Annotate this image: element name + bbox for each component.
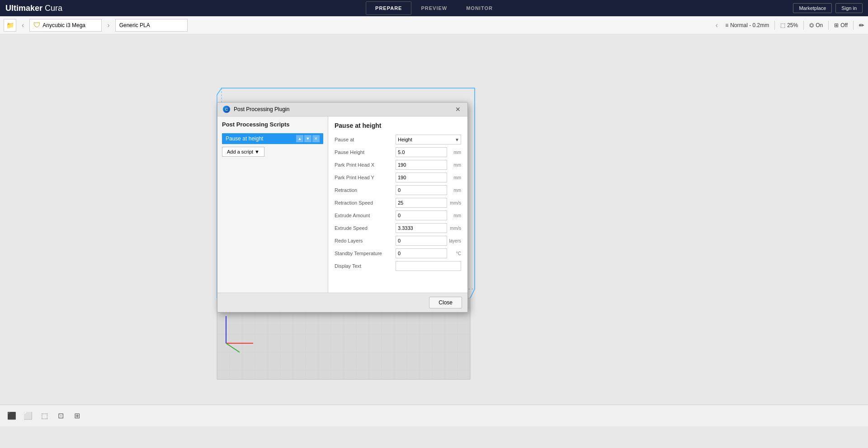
field-value-display-text xyxy=(396,261,461,271)
post-processing-modal: C Post Processing Plugin ✕ Post Processi… xyxy=(217,102,468,313)
adhesion-label: Off xyxy=(840,22,848,28)
standby-temp-input[interactable] xyxy=(396,248,447,258)
modal-title-left: C Post Processing Plugin xyxy=(223,106,289,113)
script-remove-button[interactable]: ✕ xyxy=(312,135,320,142)
park-x-unit: mm xyxy=(448,163,461,168)
field-label-redo-layers: Redo Layers xyxy=(335,238,396,243)
field-pause-at: Pause at Height Layer Number ▼ xyxy=(335,135,461,145)
modal-left-panel: Post Processing Scripts Pause at height … xyxy=(217,117,328,293)
tab-prepare[interactable]: PREPARE xyxy=(366,1,411,15)
adhesion-icon: ⊞ xyxy=(834,22,839,28)
svg-line-29 xyxy=(470,289,475,298)
field-value-pause-at: Height Layer Number ▼ xyxy=(396,135,461,145)
app-logo: Ultimaker Cura xyxy=(5,4,62,13)
cura-logo-icon: C xyxy=(223,106,230,113)
shield-icon: 🛡 xyxy=(33,21,41,29)
right-panel-title: Pause at height xyxy=(335,122,461,129)
field-pause-height: Pause Height mm xyxy=(335,147,461,157)
divider-1 xyxy=(774,21,775,30)
rotate-icon[interactable]: ⬚ xyxy=(38,410,51,422)
retraction-speed-unit: mm/s xyxy=(448,201,461,205)
printer-selector[interactable]: 🛡 Anycubic i3 Mega xyxy=(29,19,102,32)
pause-height-unit: mm xyxy=(448,150,461,155)
material-selector[interactable]: Generic PLA xyxy=(115,19,188,32)
mirror-icon[interactable]: ⊡ xyxy=(54,410,67,422)
park-y-unit: mm xyxy=(448,175,461,180)
canvas-area: C Post Processing Plugin ✕ Post Processi… xyxy=(0,34,868,426)
zoom-level: 25% xyxy=(787,22,798,28)
scale-icon[interactable]: ⬜ xyxy=(22,410,34,422)
script-move-down-button[interactable]: ▼ xyxy=(304,135,311,142)
field-label-standby-temp: Standby Temperature xyxy=(335,251,396,256)
tab-preview[interactable]: PREVIEW xyxy=(411,1,457,15)
field-redo-layers: Redo Layers layers xyxy=(335,236,461,246)
printer-chevron-right[interactable]: › xyxy=(105,21,111,29)
lines-icon: ≡ xyxy=(725,22,728,28)
field-park-y: Park Print Head Y mm xyxy=(335,173,461,182)
field-label-pause-height: Pause Height xyxy=(335,149,396,155)
infill-control[interactable]: ⬚ 25% xyxy=(780,22,798,28)
modal-close-button[interactable]: ✕ xyxy=(454,105,462,113)
extrude-amount-input[interactable] xyxy=(396,210,447,220)
support-control[interactable]: ⏣ On xyxy=(809,22,823,28)
profile-selector[interactable]: ≡ Normal - 0.2mm xyxy=(725,22,769,28)
modal-body: Post Processing Scripts Pause at height … xyxy=(217,117,467,293)
field-value-standby-temp: °C xyxy=(396,248,461,258)
field-value-extrude-amount: mm xyxy=(396,210,461,220)
folder-icon[interactable]: 📁 xyxy=(4,19,16,32)
field-value-park-x: mm xyxy=(396,160,461,170)
field-retraction: Retraction mm xyxy=(335,185,461,195)
settings-pencil-icon[interactable]: ✏ xyxy=(859,22,864,29)
park-head-y-input[interactable] xyxy=(396,173,447,182)
modal-titlebar: C Post Processing Plugin ✕ xyxy=(217,103,467,117)
add-script-button[interactable]: Add a script ▼ xyxy=(222,147,264,157)
script-move-up-button[interactable]: ▲ xyxy=(296,135,303,142)
field-standby-temp: Standby Temperature °C xyxy=(335,248,461,258)
scripts-section-title: Post Processing Scripts xyxy=(222,121,323,128)
bottom-toolbar: ⬛ ⬜ ⬚ ⊡ ⊞ xyxy=(0,405,868,426)
add-script-label: Add a script xyxy=(227,149,253,154)
script-item-pause-at-height[interactable]: Pause at height ▲ ▼ ✕ xyxy=(222,133,323,144)
toolbar: 📁 ‹ 🛡 Anycubic i3 Mega › Generic PLA ‹ ≡… xyxy=(0,16,868,34)
topbar-right: Marketplace Sign in xyxy=(793,3,863,13)
field-label-park-y: Park Print Head Y xyxy=(335,175,396,180)
field-value-pause-height: mm xyxy=(396,147,461,157)
display-text-input[interactable] xyxy=(396,261,461,271)
pause-height-input[interactable] xyxy=(396,147,447,157)
right-chevron-left[interactable]: ‹ xyxy=(714,21,720,29)
redo-layers-unit: layers xyxy=(448,238,461,243)
extrude-speed-input[interactable] xyxy=(396,223,447,233)
modal-footer: Close xyxy=(217,293,467,312)
marketplace-button[interactable]: Marketplace xyxy=(793,3,832,13)
field-display-text: Display Text xyxy=(335,261,461,271)
field-retraction-speed: Retraction Speed mm/s xyxy=(335,198,461,208)
support-label: On xyxy=(816,22,823,28)
app-name-light: Cura xyxy=(42,4,62,13)
field-label-park-x: Park Print Head X xyxy=(335,162,396,168)
extrude-speed-unit: mm/s xyxy=(448,226,461,231)
field-label-display-text: Display Text xyxy=(335,263,396,269)
move-icon[interactable]: ⬛ xyxy=(5,410,18,422)
retraction-input[interactable] xyxy=(396,185,447,195)
material-name: Generic PLA xyxy=(119,22,150,28)
tab-monitor[interactable]: MONITOR xyxy=(457,1,502,15)
retraction-unit: mm xyxy=(448,188,461,193)
modal-right-panel: Pause at height Pause at Height Layer Nu… xyxy=(328,117,467,293)
pause-at-select[interactable]: Height Layer Number xyxy=(396,135,461,145)
park-head-x-input[interactable] xyxy=(396,160,447,170)
nav-tabs: PREPARE PREVIEW MONITOR xyxy=(366,1,502,15)
script-item-controls: ▲ ▼ ✕ xyxy=(296,135,320,142)
retraction-speed-input[interactable] xyxy=(396,198,447,208)
per-model-icon[interactable]: ⊞ xyxy=(71,410,83,422)
close-dialog-button[interactable]: Close xyxy=(429,297,462,308)
toolbar-right: ‹ ≡ Normal - 0.2mm ⬚ 25% ⏣ On ⊞ Off ✏ xyxy=(714,21,864,30)
signin-button[interactable]: Sign in xyxy=(835,3,863,13)
redo-layers-input[interactable] xyxy=(396,236,447,246)
field-park-x: Park Print Head X mm xyxy=(335,160,461,170)
field-label-extrude-speed: Extrude Speed xyxy=(335,225,396,231)
adhesion-control[interactable]: ⊞ Off xyxy=(834,22,848,28)
select-wrapper-pause-at: Height Layer Number ▼ xyxy=(396,135,461,145)
top-nav-bar: Ultimaker Cura PREPARE PREVIEW MONITOR M… xyxy=(0,0,868,16)
field-value-retraction-speed: mm/s xyxy=(396,198,461,208)
printer-chevron-left[interactable]: ‹ xyxy=(20,21,26,29)
